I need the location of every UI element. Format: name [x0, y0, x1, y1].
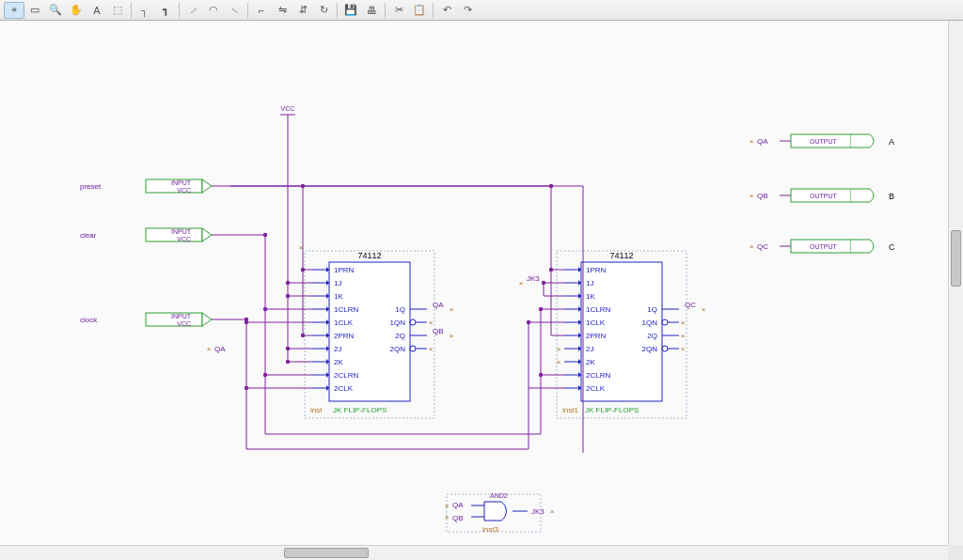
rotate-icon[interactable]: ↻: [313, 2, 334, 19]
bus-icon[interactable]: ┓: [155, 2, 176, 19]
partial-icon[interactable]: ⌐: [251, 2, 272, 19]
pointer-icon[interactable]: ⌖: [4, 2, 24, 19]
zoom-icon[interactable]: 🔍: [45, 2, 66, 19]
line-icon[interactable]: ⟋: [182, 2, 203, 19]
flip-h-icon[interactable]: ⇋: [272, 2, 292, 19]
print-icon[interactable]: 🖶: [361, 2, 382, 19]
arc-icon[interactable]: ◠: [203, 2, 224, 19]
hand-icon[interactable]: ✋: [66, 2, 87, 19]
cut-icon[interactable]: ✂: [388, 2, 409, 19]
symbol-icon[interactable]: ⬚: [107, 2, 128, 19]
rubber-icon[interactable]: ⟍: [224, 2, 245, 19]
flip-v-icon[interactable]: ⇵: [292, 2, 313, 19]
undo-icon[interactable]: ↶: [436, 2, 457, 19]
redo-icon[interactable]: ↷: [457, 2, 478, 19]
paste-icon[interactable]: 📋: [409, 2, 430, 19]
select-icon[interactable]: ▭: [24, 2, 45, 19]
toolbar: ⌖▭🔍✋A⬚┐┓⟋◠⟍⌐⇋⇵↻💾🖶✂📋↶↷: [0, 0, 963, 21]
save-icon[interactable]: 💾: [340, 2, 361, 19]
text-icon[interactable]: A: [87, 2, 107, 19]
net-icon[interactable]: ┐: [134, 2, 155, 19]
